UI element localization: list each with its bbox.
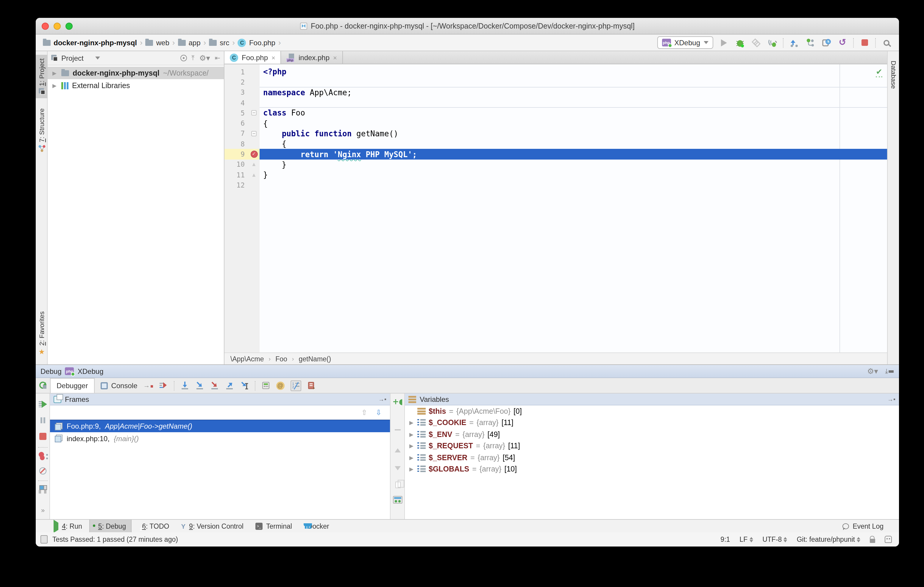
tool-window-quick-access-icon[interactable] [41,535,48,544]
code-line[interactable]: 8 { [224,139,887,149]
resume-button[interactable] [36,401,50,408]
add-watch-button[interactable]: +◖ [391,397,405,406]
code-line[interactable]: 4 [224,97,887,108]
expand-arrow-icon[interactable]: ▶ [53,82,58,88]
pause-button[interactable] [36,417,50,423]
quick-evaluate-icon[interactable]: @ [276,381,285,390]
git-branch-select[interactable]: Git: feature/phpunit [797,536,860,543]
pin-icon[interactable]: →▪ [378,396,386,402]
stripe-tab---structure[interactable]: 7: Structure [36,105,48,157]
toolwindow-button---run[interactable]: 4: Run [49,520,87,532]
toolwindow-button---version-control[interactable]: Y9: Version Control [176,520,248,532]
show-watches-toggle[interactable] [391,496,405,504]
tree-row[interactable]: ▶docker-nginx-php-mysql~/Workspace/ [48,67,224,79]
debug-tab-console[interactable]: Console [94,378,143,393]
variable-row[interactable]: ▶$GLOBALS={array}[10] [405,463,899,475]
run-button[interactable] [719,37,729,48]
move-up-button[interactable] [391,448,405,452]
step-out-button[interactable] [225,381,234,390]
breadcrumb-item[interactable]: app [178,38,200,47]
editor-breadcrumb-item[interactable]: getName() [299,355,331,362]
event-log-button[interactable]: Event Log [842,520,899,532]
editor-tab-foo-php[interactable]: CFoo.php× [224,51,281,64]
gear-icon[interactable]: ⚙▾ [199,54,210,63]
close-icon[interactable]: × [333,54,337,61]
fold-end-icon[interactable]: ▲ [252,162,256,167]
code-line[interactable]: 11▲} [224,170,887,180]
toolwindow-button---todo[interactable]: 6: TODO [134,520,174,532]
code-line[interactable]: 1<?php [224,67,887,77]
code-line[interactable]: 10▲ } [224,159,887,170]
scroll-to-end-icon[interactable]: → [144,381,153,388]
toolwindow-button-terminal[interactable]: >_Terminal [251,520,297,532]
fold-end-icon[interactable]: ▲ [252,172,256,177]
code-editor[interactable]: ✔ 1<?php23namespace App\Acme;45−class Fo… [224,64,887,353]
rollback-button[interactable]: ↺ [837,37,848,48]
fold-collapse-icon[interactable]: − [251,110,257,116]
status-message[interactable]: Tests Passed: 1 passed (27 minutes ago) [53,536,178,543]
step-into-button[interactable] [195,381,204,390]
step-over-button[interactable] [180,381,189,390]
code-line[interactable]: 7− public function getName() [224,129,887,139]
move-down-button[interactable] [391,466,405,470]
attach-to-process-button[interactable] [767,37,777,48]
thread-dump-button[interactable] [307,381,315,390]
previous-frame-icon[interactable]: ⇧ [361,408,367,416]
breakpoint-icon[interactable]: ✓ [250,151,257,158]
search-everywhere-button[interactable] [881,37,892,48]
frame-row[interactable]: Foo.php:9,App|Acme|Foo->getName() [50,420,390,432]
next-frame-icon[interactable]: ⇩ [376,408,382,416]
chevron-down-icon[interactable] [96,56,100,59]
expand-arrow-icon[interactable]: ▶ [408,455,414,461]
update-project-button[interactable] [789,37,800,48]
debug-button[interactable] [735,37,746,48]
debug-tab-debugger[interactable]: Debugger [50,378,94,393]
rerun-button[interactable] [36,378,50,393]
variable-row[interactable]: ▶$_ENV={array}[49] [405,429,899,440]
breadcrumb-item[interactable]: web [145,38,169,47]
collapse-all-icon[interactable]: ⤒ [191,54,195,62]
run-configuration-select[interactable]: php XDebug [657,36,713,49]
code-line[interactable]: 5−class Foo [224,108,887,118]
toolwindow-button-docker[interactable]: Docker [299,520,334,532]
variable-row[interactable]: ▶$_SERVER={array}[54] [405,452,899,463]
code-line[interactable]: 6{ [224,118,887,129]
view-breakpoints-button[interactable] [36,452,50,460]
line-separator-select[interactable]: LF [739,536,753,543]
breadcrumb-item[interactable]: src [209,38,229,47]
mute-breakpoints-button[interactable] [36,467,50,475]
remove-watch-button[interactable] [391,429,405,430]
expand-arrow-icon[interactable]: ▶ [53,70,58,76]
caret-position[interactable]: 9:1 [720,536,730,543]
stripe-tab---favorites[interactable]: 2: Favorites★ [36,307,48,359]
code-line[interactable]: 12 [224,180,887,191]
expand-arrow-icon[interactable]: ▶ [408,443,414,449]
stripe-tab---project[interactable]: 1: Project [36,55,48,99]
expand-arrow-icon[interactable]: ▶ [408,467,414,472]
editor-breadcrumb-item[interactable]: Foo [276,355,287,362]
editor-tab-index-php[interactable]: index.php× [281,51,343,64]
hector-inspections-icon[interactable] [885,536,892,543]
code-line[interactable]: 9✓ return 'Nginx PHP MySQL'; [224,149,887,160]
encoding-select[interactable]: UTF-8 [762,536,787,543]
project-panel-title[interactable]: Project [61,54,84,62]
breadcrumb-item[interactable]: docker-nginx-php-mysql [43,38,137,47]
commit-changes-button[interactable] [805,37,816,48]
close-icon[interactable]: × [272,54,276,61]
inline-values-toggle[interactable]: 12 [290,380,301,391]
fold-collapse-icon[interactable]: − [251,131,257,136]
restore-layout-button[interactable] [36,485,50,492]
variable-row[interactable]: ▶$_COOKIE={array}[11] [405,417,899,429]
run-to-cursor-button[interactable] [240,381,249,390]
frame-row[interactable]: index.php:10,{main}() [50,432,390,445]
gear-icon[interactable]: ⚙▾ [867,367,878,376]
expand-arrow-icon[interactable]: ▶ [408,432,414,438]
locate-file-icon[interactable] [180,55,186,61]
force-step-into-button[interactable] [210,381,219,390]
expand-arrow-icon[interactable]: ▶ [408,420,414,426]
code-line[interactable]: 3namespace App\Acme; [224,87,887,97]
coverage-button[interactable] [751,37,761,48]
code-line[interactable]: 2 [224,77,887,87]
editor-breadcrumb-item[interactable]: \App\Acme [230,355,264,362]
stripe-tab-database[interactable]: Database [888,55,899,92]
